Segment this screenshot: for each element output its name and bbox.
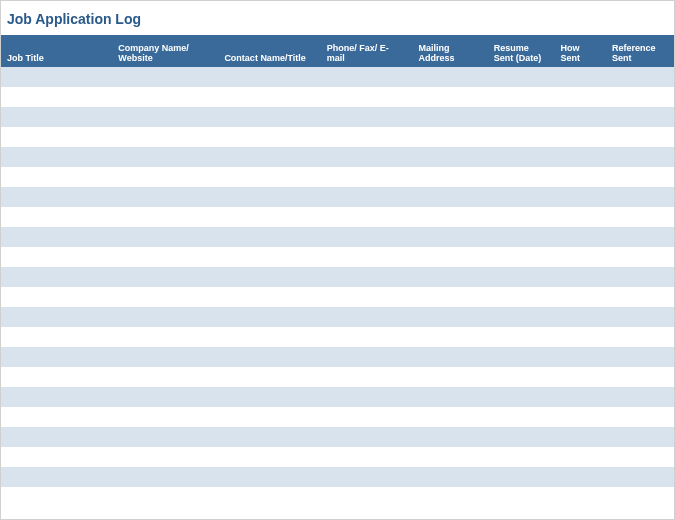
table-cell[interactable] <box>112 87 218 107</box>
table-cell[interactable] <box>606 467 674 487</box>
table-cell[interactable] <box>218 127 320 147</box>
table-cell[interactable] <box>1 447 112 467</box>
table-cell[interactable] <box>606 247 674 267</box>
table-cell[interactable] <box>112 227 218 247</box>
table-cell[interactable] <box>112 167 218 187</box>
table-cell[interactable] <box>412 307 487 327</box>
table-cell[interactable] <box>488 247 555 267</box>
table-cell[interactable] <box>606 447 674 467</box>
table-cell[interactable] <box>606 367 674 387</box>
table-cell[interactable] <box>112 67 218 87</box>
table-cell[interactable] <box>488 347 555 367</box>
table-cell[interactable] <box>218 367 320 387</box>
table-cell[interactable] <box>412 447 487 467</box>
table-cell[interactable] <box>554 207 606 227</box>
table-cell[interactable] <box>1 147 112 167</box>
table-cell[interactable] <box>218 167 320 187</box>
table-cell[interactable] <box>321 267 413 287</box>
table-cell[interactable] <box>1 267 112 287</box>
table-cell[interactable] <box>218 387 320 407</box>
table-cell[interactable] <box>412 227 487 247</box>
table-cell[interactable] <box>606 407 674 427</box>
table-cell[interactable] <box>554 347 606 367</box>
table-cell[interactable] <box>112 187 218 207</box>
table-cell[interactable] <box>1 487 112 507</box>
table-cell[interactable] <box>412 287 487 307</box>
table-cell[interactable] <box>554 107 606 127</box>
table-cell[interactable] <box>554 167 606 187</box>
table-cell[interactable] <box>554 487 606 507</box>
table-cell[interactable] <box>606 327 674 347</box>
table-cell[interactable] <box>554 267 606 287</box>
table-cell[interactable] <box>218 147 320 167</box>
table-cell[interactable] <box>488 427 555 447</box>
table-cell[interactable] <box>606 207 674 227</box>
table-cell[interactable] <box>218 307 320 327</box>
table-cell[interactable] <box>321 327 413 347</box>
table-cell[interactable] <box>112 287 218 307</box>
table-cell[interactable] <box>412 127 487 147</box>
table-cell[interactable] <box>112 307 218 327</box>
table-cell[interactable] <box>412 267 487 287</box>
table-cell[interactable] <box>554 187 606 207</box>
table-cell[interactable] <box>321 367 413 387</box>
table-cell[interactable] <box>321 407 413 427</box>
table-cell[interactable] <box>321 227 413 247</box>
table-cell[interactable] <box>218 467 320 487</box>
table-cell[interactable] <box>412 347 487 367</box>
table-cell[interactable] <box>554 427 606 447</box>
table-cell[interactable] <box>321 167 413 187</box>
table-cell[interactable] <box>412 167 487 187</box>
table-cell[interactable] <box>554 287 606 307</box>
table-cell[interactable] <box>606 107 674 127</box>
table-cell[interactable] <box>321 147 413 167</box>
table-cell[interactable] <box>554 227 606 247</box>
table-cell[interactable] <box>488 107 555 127</box>
table-cell[interactable] <box>218 287 320 307</box>
table-cell[interactable] <box>554 307 606 327</box>
table-cell[interactable] <box>218 327 320 347</box>
table-cell[interactable] <box>1 67 112 87</box>
table-cell[interactable] <box>606 387 674 407</box>
table-cell[interactable] <box>112 267 218 287</box>
table-cell[interactable] <box>488 87 555 107</box>
table-cell[interactable] <box>112 387 218 407</box>
table-cell[interactable] <box>412 407 487 427</box>
table-cell[interactable] <box>112 127 218 147</box>
table-cell[interactable] <box>218 407 320 427</box>
table-cell[interactable] <box>1 187 112 207</box>
table-cell[interactable] <box>412 327 487 347</box>
table-cell[interactable] <box>1 327 112 347</box>
table-cell[interactable] <box>321 427 413 447</box>
table-cell[interactable] <box>412 467 487 487</box>
table-cell[interactable] <box>112 247 218 267</box>
table-cell[interactable] <box>1 407 112 427</box>
table-cell[interactable] <box>488 467 555 487</box>
table-cell[interactable] <box>1 87 112 107</box>
table-cell[interactable] <box>112 147 218 167</box>
table-cell[interactable] <box>112 327 218 347</box>
table-cell[interactable] <box>554 367 606 387</box>
table-cell[interactable] <box>112 407 218 427</box>
table-cell[interactable] <box>218 187 320 207</box>
table-cell[interactable] <box>321 187 413 207</box>
table-cell[interactable] <box>412 187 487 207</box>
table-cell[interactable] <box>1 127 112 147</box>
table-cell[interactable] <box>112 487 218 507</box>
table-cell[interactable] <box>554 247 606 267</box>
table-cell[interactable] <box>488 287 555 307</box>
table-cell[interactable] <box>1 367 112 387</box>
table-cell[interactable] <box>412 427 487 447</box>
table-cell[interactable] <box>1 467 112 487</box>
table-cell[interactable] <box>321 127 413 147</box>
table-cell[interactable] <box>488 187 555 207</box>
table-cell[interactable] <box>488 307 555 327</box>
table-cell[interactable] <box>112 427 218 447</box>
table-cell[interactable] <box>606 287 674 307</box>
table-cell[interactable] <box>488 387 555 407</box>
table-cell[interactable] <box>554 447 606 467</box>
table-cell[interactable] <box>1 247 112 267</box>
table-cell[interactable] <box>218 67 320 87</box>
table-cell[interactable] <box>606 347 674 367</box>
table-cell[interactable] <box>321 347 413 367</box>
